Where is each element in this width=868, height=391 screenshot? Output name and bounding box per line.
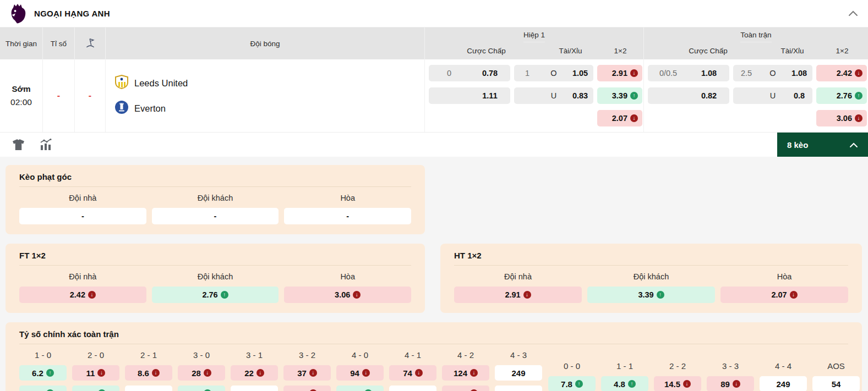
odds-value: 3.06: [335, 290, 350, 299]
odds-value: 74: [403, 368, 412, 378]
col-draw-label: Hòa: [284, 194, 411, 202]
ft-1x2-odds-3[interactable]: 3.06: [816, 110, 867, 126]
odds-value: 7.8: [561, 379, 572, 389]
exact-odds-home[interactable]: 11: [72, 365, 119, 381]
exact-odds-away[interactable]: 37: [178, 386, 225, 391]
handicap-line: 0: [429, 69, 470, 78]
col-header-ou-ft: Tài/Xỉu: [753, 47, 832, 55]
statistics-chart-icon[interactable]: [39, 139, 52, 151]
exact-odds-away[interactable]: 13: [72, 386, 119, 391]
h1-handicap-odds-1[interactable]: 0 0.78: [429, 65, 510, 81]
odds-value: 0.78: [470, 69, 510, 78]
exact-odds-home[interactable]: 74: [389, 365, 436, 381]
exact-odds-home[interactable]: 37: [283, 365, 331, 381]
exact-odds-away[interactable]: 99: [389, 386, 436, 391]
exact-odds-draw[interactable]: 7.8: [548, 376, 596, 391]
ft-1x2-odds-2[interactable]: 2.76: [816, 87, 867, 104]
col-draw-label: Hòa: [284, 272, 411, 281]
exact-odds-home[interactable]: 22: [231, 365, 278, 381]
col-header-1x2-ft: 1×2: [836, 47, 849, 55]
exact-odds-home[interactable]: 6.2: [19, 365, 67, 381]
ht1x2-draw-odds[interactable]: 2.07: [720, 287, 848, 303]
bets-count-button[interactable]: 8 kèo: [777, 133, 868, 157]
odds-value: 3.06: [837, 114, 852, 123]
home-team-row[interactable]: Leeds United: [114, 75, 424, 91]
ou-side: O: [541, 69, 567, 78]
exact-odds-away[interactable]: 6.9: [19, 386, 67, 391]
score-label: 3 - 3: [707, 361, 754, 371]
exact-odds-draw[interactable]: 249: [760, 376, 807, 391]
odds-value: 37: [297, 368, 307, 378]
jersey-icon[interactable]: [12, 139, 25, 151]
odds-value: 2.76: [202, 290, 217, 299]
odds-value: 14.5: [664, 379, 680, 389]
score-label: 0 - 0: [548, 361, 596, 371]
exact-odds-draw[interactable]: 4.8: [601, 376, 648, 391]
exact-odds-draw[interactable]: 89: [707, 376, 754, 391]
h1-1x2-odds-2[interactable]: 3.39: [597, 87, 642, 104]
league-header[interactable]: NGOẠI HẠNG ANH: [0, 0, 868, 27]
score-column: 4 - 0 94 134: [336, 350, 384, 391]
group-label-half1: Hiệp 1: [523, 27, 545, 42]
ft1x2-home-odds[interactable]: 2.42: [19, 287, 146, 303]
ft-handicap-odds-2[interactable]: 0.82: [648, 87, 729, 104]
exact-odds-away[interactable]: 41: [283, 386, 331, 391]
odds-value: 0.83: [567, 91, 593, 100]
score-column: 3 - 0 28 37: [178, 350, 225, 391]
score-column: 2 - 0 11 13: [72, 350, 119, 391]
exact-odds-away[interactable]: 249: [495, 386, 542, 391]
exact-odds-other[interactable]: 54: [812, 376, 860, 391]
ou-side: U: [541, 91, 567, 100]
score-column: 2 - 2 14.5: [654, 361, 701, 391]
odds-value: 27: [250, 389, 259, 391]
score-column: 3 - 3 89: [707, 361, 754, 391]
collapse-league-chevron-up-icon[interactable]: [848, 10, 858, 16]
extra-bets-panels: Kèo phạt góc Đội nhà - Đội khách - Hòa -…: [0, 157, 868, 391]
ht1x2-home-odds[interactable]: 2.91: [454, 287, 582, 303]
exact-odds-away[interactable]: 134: [336, 386, 384, 391]
odds-value: 249: [511, 368, 525, 378]
half1-odds-group: 0 0.78 1 O 1.05 2.91 1.11 U 0.83 3.39 2.…: [425, 59, 644, 132]
col-draw-label: Hòa: [720, 272, 848, 281]
ft1x2-draw-odds[interactable]: 3.06: [284, 287, 411, 303]
col-header-handicap-ft: Cược Chấp: [668, 47, 749, 55]
col-header-time: Thời gian: [0, 27, 43, 59]
ft-handicap-odds-1[interactable]: 0/0.5 1.08: [648, 65, 729, 81]
exact-odds-away[interactable]: 27: [231, 386, 278, 391]
exact-odds-away[interactable]: 149: [442, 386, 489, 391]
h1-handicap-odds-2[interactable]: 1.11: [429, 87, 510, 104]
ft-ou-odds-1[interactable]: 2.5 O 1.08: [733, 65, 812, 81]
h1-ou-odds-2[interactable]: U 0.83: [514, 87, 593, 104]
col-header-1x2-h1: 1×2: [614, 47, 627, 55]
exact-odds-home[interactable]: 94: [336, 365, 384, 381]
ft-ou-odds-2[interactable]: U 0.8: [733, 87, 812, 104]
exact-odds-home[interactable]: 124: [442, 365, 489, 381]
score-column: 4 - 3 249 249: [495, 350, 542, 391]
ht1x2-away-odds[interactable]: 3.39: [587, 287, 715, 303]
odds-value: 1.11: [470, 91, 510, 100]
h1-1x2-odds-1[interactable]: 2.91: [597, 65, 642, 81]
odds-value: 6.9: [32, 389, 43, 391]
ft1x2-away-odds[interactable]: 2.76: [152, 287, 279, 303]
ou-line: 1: [514, 69, 541, 78]
score-label: 4 - 0: [336, 350, 384, 360]
away-team-row[interactable]: Everton: [114, 100, 424, 117]
score-label: 1 - 1: [601, 361, 648, 371]
corner-home-odds: -: [19, 208, 146, 224]
odds-value: 2.07: [771, 290, 787, 299]
score-label: 3 - 1: [231, 350, 278, 360]
col-header-handicap-h1: Cược Chấp: [446, 47, 527, 55]
exact-odds-away[interactable]: 9.5: [125, 386, 172, 391]
h1-1x2-odds-3[interactable]: 2.07: [597, 110, 642, 126]
odds-value: 54: [832, 379, 841, 389]
odds-value: 3.39: [612, 91, 627, 100]
exact-odds-home[interactable]: 249: [495, 365, 542, 381]
exact-odds-home[interactable]: 8.6: [125, 365, 172, 381]
h1-ou-odds-1[interactable]: 1 O 1.05: [514, 65, 593, 81]
odds-value: 41: [297, 389, 307, 391]
odds-value: 89: [720, 379, 730, 389]
exact-odds-draw[interactable]: 14.5: [654, 376, 701, 391]
ft-1x2-odds-1[interactable]: 2.42: [816, 65, 867, 81]
exact-odds-home[interactable]: 28: [178, 365, 225, 381]
exact-score-draw-group: 0 - 0 7.8 1 - 1 4.8 2 - 2 14.5 3 - 3 89 …: [548, 361, 860, 391]
